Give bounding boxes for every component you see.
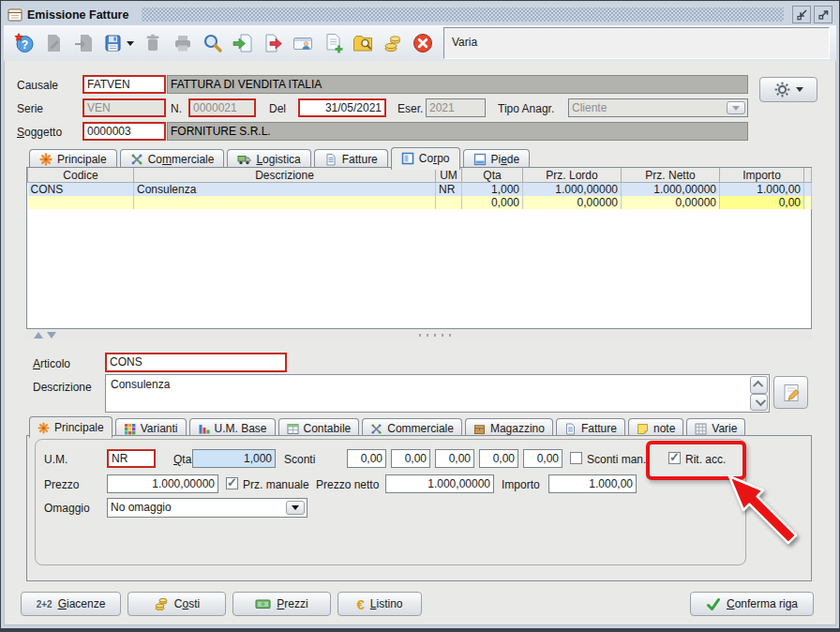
grid-row-selected[interactable]: CONS Consulenza NR 1,000 1.000,00000 1.0… (28, 183, 812, 197)
cell-qta[interactable]: 1,000 (462, 183, 523, 197)
omaggio-dropdown-button[interactable] (286, 501, 305, 515)
rows-grid-panel: Codice Descrizione UM Qta Prz. Lordo Prz… (26, 167, 812, 329)
qta-label: Qta (173, 450, 191, 469)
box-icon (473, 423, 486, 435)
serie-input: VEN (82, 98, 166, 117)
settings-dropdown-caret[interactable] (796, 87, 803, 92)
maximize-button[interactable] (814, 6, 832, 23)
grid-header-row: Codice Descrizione UM Qta Prz. Lordo Prz… (28, 168, 812, 183)
prezzo-label: Prezzo (44, 475, 79, 494)
numero-input: 0000021 (188, 98, 256, 117)
col-um: UM (436, 168, 462, 183)
conferma-riga-button[interactable]: Conferma riga (690, 592, 814, 616)
banknote-icon (255, 596, 271, 611)
close-button[interactable] (408, 29, 438, 57)
cell-prz-netto[interactable]: 1.000,00000 (622, 183, 720, 197)
scroll-down-button[interactable] (750, 394, 768, 412)
add-document-button[interactable] (318, 29, 348, 57)
import-document-button[interactable] (228, 29, 258, 57)
qta-input[interactable]: 1,000 (192, 449, 276, 468)
main-panel: Causale FATVEN FATTURA DI VENDITA ITALIA… (4, 61, 836, 625)
cell-prz-lordo[interactable]: 0,00000 (523, 196, 622, 209)
title-bar[interactable]: Emissione Fatture (4, 4, 836, 26)
cell-descrizione[interactable]: Consulenza (134, 183, 436, 197)
splitter-handle[interactable] (26, 330, 812, 339)
descrizione-scrollbar[interactable] (750, 376, 768, 411)
cell-importo[interactable]: 0,00 (720, 196, 804, 209)
settings-button[interactable] (759, 77, 818, 102)
cell-filler (804, 183, 812, 197)
asterisk-icon (39, 153, 52, 166)
cell-descrizione[interactable] (134, 196, 436, 209)
cell-qta[interactable]: 0,000 (462, 196, 523, 209)
grid-row-new[interactable]: 0,000 0,00000 0,00000 0,00 (28, 196, 812, 209)
save-button[interactable] (98, 29, 138, 57)
tab-corpo[interactable]: Corpo (391, 147, 460, 170)
find-document-button[interactable] (348, 29, 378, 57)
cell-codice[interactable]: CONS (28, 183, 134, 197)
costi-button[interactable]: Costi (128, 592, 226, 616)
grid-colors-icon (124, 423, 136, 435)
data-documento-input[interactable]: 31/05/2021 (298, 98, 386, 117)
find-document-icon (352, 32, 374, 54)
prezzi-button[interactable]: Prezzi (232, 592, 331, 616)
scroll-up-button[interactable] (750, 376, 768, 394)
prz-manuale-checkbox[interactable] (226, 477, 238, 489)
customer-card-icon (292, 32, 314, 54)
prezzo-netto-input[interactable]: 1.000,00000 (385, 474, 494, 493)
serie-label: Serie (17, 99, 43, 118)
save-dropdown-caret[interactable] (127, 41, 134, 46)
del-label: Del (269, 99, 286, 118)
sconto-4-input[interactable]: 0,00 (479, 449, 518, 468)
cell-um[interactable]: NR (436, 183, 462, 197)
gear-icon (774, 82, 790, 98)
descrizione-textarea[interactable]: Consulenza (105, 374, 770, 413)
omaggio-combobox[interactable]: No omaggio (107, 498, 308, 518)
soggetto-input[interactable]: 0000003 (82, 122, 166, 141)
um-input[interactable]: NR (107, 449, 156, 468)
descrizione-value: Consulenza (111, 378, 170, 391)
add-document-icon (322, 32, 344, 54)
sconti-man-checkbox[interactable] (570, 452, 582, 464)
articolo-input[interactable]: CONS (105, 353, 287, 372)
coins-button[interactable] (378, 29, 408, 57)
delete-button-disabled (138, 29, 168, 57)
splitter-grip[interactable] (419, 334, 451, 337)
soggetto-description: FORNITURE S.R.L. (167, 122, 748, 141)
cell-prz-netto[interactable]: 0,00000 (622, 196, 720, 209)
tab-label: Magazzino (490, 422, 545, 435)
iconify-button[interactable] (792, 6, 811, 23)
causale-label: Causale (17, 76, 58, 95)
sconto-5-input[interactable]: 0,00 (523, 449, 562, 468)
cell-importo[interactable]: 1.000,00 (720, 183, 804, 197)
giacenze-label: Giacenze (58, 597, 106, 610)
um-label: U.M. (44, 450, 68, 469)
prezzo-netto-label: Prezzo netto (316, 475, 379, 494)
tab-label: Principale (54, 421, 104, 434)
splitter-down-icon[interactable] (47, 332, 56, 339)
cell-codice[interactable] (28, 196, 134, 209)
causale-input[interactable]: FATVEN (82, 75, 166, 94)
col-importo: Importo (720, 168, 804, 183)
sconto-2-input[interactable]: 0,00 (391, 449, 430, 468)
tab-detail-principale[interactable]: Principale (29, 416, 112, 438)
new-record-button[interactable]: ? (8, 29, 38, 57)
prezzo-input[interactable]: 1.000,00000 (107, 474, 218, 493)
print-button-disabled (168, 29, 198, 57)
cell-prz-lordo[interactable]: 1.000,00000 (523, 183, 622, 197)
importo-input[interactable]: 1.000,00 (548, 474, 637, 493)
search-button[interactable] (198, 29, 228, 57)
customer-card-button[interactable] (288, 29, 318, 57)
cell-um[interactable] (436, 196, 462, 209)
giacenze-button[interactable]: 2+2 Giacenze (21, 592, 121, 616)
splitter-up-icon[interactable] (34, 332, 43, 339)
sconto-3-input[interactable]: 0,00 (435, 449, 474, 468)
table-icon (287, 423, 299, 435)
document-icon (324, 153, 338, 166)
listino-button[interactable]: € Listino (338, 592, 422, 616)
window-title: Emissione Fatture (27, 8, 128, 22)
sconto-1-input[interactable]: 0,00 (347, 449, 386, 468)
save-icon (102, 32, 125, 54)
edit-description-button[interactable] (773, 376, 808, 409)
export-document-button[interactable] (258, 29, 288, 57)
